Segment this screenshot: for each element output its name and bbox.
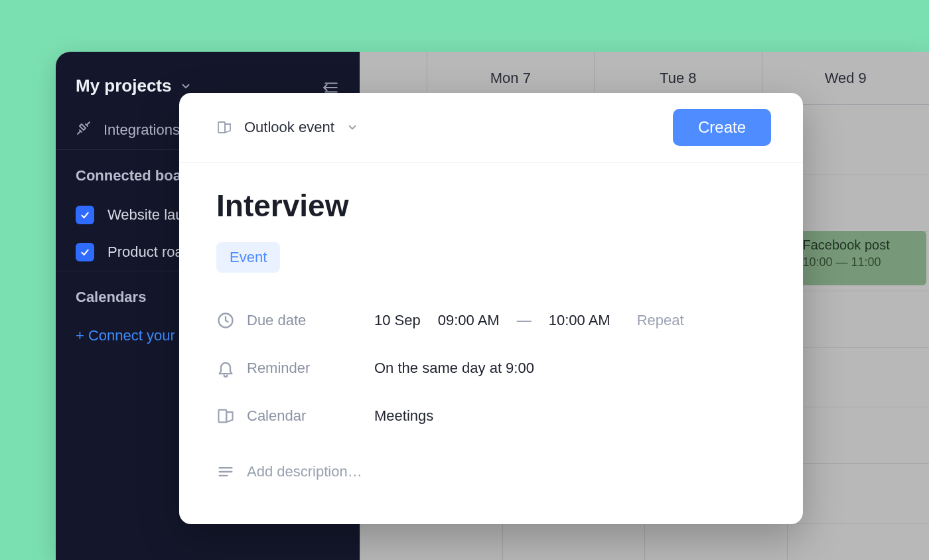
start-time-picker[interactable]: 09:00 AM xyxy=(438,312,500,329)
chevron-down-icon xyxy=(346,121,358,133)
sidebar-title: My projects xyxy=(76,76,172,96)
plug-icon xyxy=(76,120,92,140)
due-date-row: Due date 10 Sep 09:00 AM — 10:00 AM Repe… xyxy=(216,297,766,344)
create-button[interactable]: Create xyxy=(673,109,771,146)
reminder-label: Reminder xyxy=(247,360,374,377)
collapse-sidebar-icon[interactable] xyxy=(322,79,340,94)
bell-icon xyxy=(216,359,235,378)
reminder-row: Reminder On the same day at 9:00 xyxy=(216,344,766,392)
svg-line-4 xyxy=(87,122,90,125)
outlook-icon xyxy=(216,119,232,135)
description-input[interactable]: Add description… xyxy=(247,463,362,480)
description-icon xyxy=(216,462,235,481)
description-row: Add description… xyxy=(216,440,766,496)
create-event-modal: Outlook event Create Interview Event Due… xyxy=(179,93,803,524)
end-time-picker[interactable]: 10:00 AM xyxy=(549,312,610,329)
event-title-input[interactable]: Interview xyxy=(216,188,766,224)
due-date-label: Due date xyxy=(247,312,374,329)
event-type-badge[interactable]: Event xyxy=(216,242,280,273)
checkbox-icon[interactable] xyxy=(76,206,94,224)
checkbox-icon[interactable] xyxy=(76,243,94,261)
calendar-row: Calendar Meetings xyxy=(216,392,766,440)
event-type-selector[interactable]: Outlook event xyxy=(216,119,358,136)
due-date-value: 10 Sep 09:00 AM — 10:00 AM Repeat xyxy=(374,312,684,329)
svg-rect-5 xyxy=(218,122,225,133)
due-date-picker[interactable]: 10 Sep xyxy=(374,312,421,329)
event-type-label: Outlook event xyxy=(244,119,334,136)
modal-body: Interview Event Due date 10 Sep 09:00 AM… xyxy=(179,163,803,509)
modal-header: Outlook event Create xyxy=(179,93,803,163)
svg-rect-7 xyxy=(219,410,227,423)
project-selector[interactable]: My projects xyxy=(76,76,192,96)
time-dash: — xyxy=(517,312,532,329)
repeat-toggle[interactable]: Repeat xyxy=(637,312,684,329)
reminder-value[interactable]: On the same day at 9:00 xyxy=(374,360,534,377)
clock-icon xyxy=(216,311,235,330)
svg-line-3 xyxy=(78,131,80,134)
sidebar-item-label: Integrations xyxy=(104,121,180,139)
outlook-icon xyxy=(216,407,235,425)
calendar-label: Calendar xyxy=(247,407,374,425)
calendar-picker[interactable]: Meetings xyxy=(374,407,433,425)
chevron-down-icon xyxy=(180,80,192,92)
